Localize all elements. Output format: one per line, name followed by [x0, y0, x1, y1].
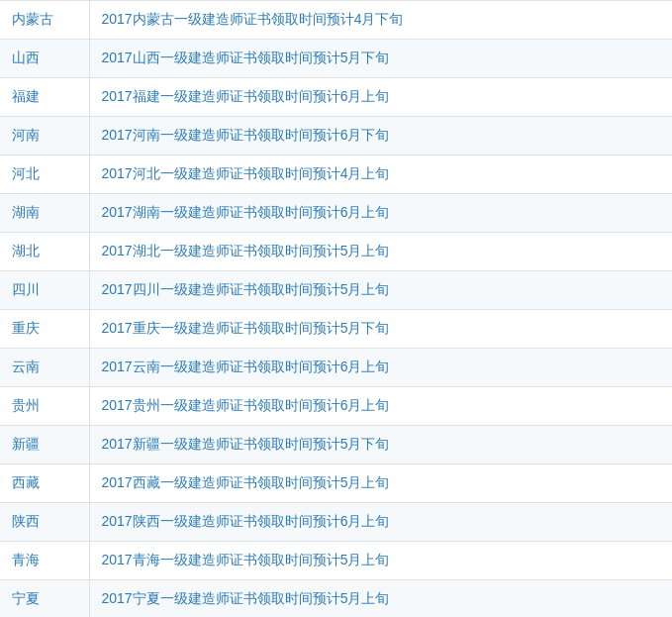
table-row[interactable]: 云南2017云南一级建造师证书领取时间预计6月上旬	[0, 349, 672, 387]
table-row[interactable]: 贵州2017贵州一级建造师证书领取时间预计6月上旬	[0, 387, 672, 426]
title-cell[interactable]: 2017四川一级建造师证书领取时间预计5月上旬	[89, 271, 672, 310]
title-cell[interactable]: 2017湖北一级建造师证书领取时间预计5月上旬	[89, 233, 672, 271]
table-row[interactable]: 福建2017福建一级建造师证书领取时间预计6月上旬	[0, 78, 672, 117]
region-cell: 重庆	[0, 310, 89, 349]
region-cell: 宁夏	[0, 580, 89, 618]
table-row[interactable]: 河南2017河南一级建造师证书领取时间预计6月下旬	[0, 117, 672, 155]
region-cell: 贵州	[0, 387, 89, 426]
table-row[interactable]: 内蒙古2017内蒙古一级建造师证书领取时间预计4月下旬	[0, 1, 672, 40]
title-cell[interactable]: 2017河南一级建造师证书领取时间预计6月下旬	[89, 117, 672, 155]
table-row[interactable]: 陕西2017陕西一级建造师证书领取时间预计6月上旬	[0, 503, 672, 542]
region-cell: 内蒙古	[0, 1, 89, 40]
table-row[interactable]: 湖南2017湖南一级建造师证书领取时间预计6月上旬	[0, 194, 672, 233]
title-cell[interactable]: 2017新疆一级建造师证书领取时间预计5月下旬	[89, 426, 672, 464]
title-cell[interactable]: 2017内蒙古一级建造师证书领取时间预计4月下旬	[89, 1, 672, 40]
region-cell: 福建	[0, 78, 89, 117]
table-row[interactable]: 四川2017四川一级建造师证书领取时间预计5月上旬	[0, 271, 672, 310]
region-cell: 陕西	[0, 503, 89, 542]
region-cell: 青海	[0, 542, 89, 580]
region-cell: 四川	[0, 271, 89, 310]
region-cell: 河北	[0, 155, 89, 194]
title-cell[interactable]: 2017福建一级建造师证书领取时间预计6月上旬	[89, 78, 672, 117]
title-cell[interactable]: 2017宁夏一级建造师证书领取时间预计5月上旬	[89, 580, 672, 618]
region-cell: 云南	[0, 349, 89, 387]
table-row[interactable]: 西藏2017西藏一级建造师证书领取时间预计5月上旬	[0, 464, 672, 503]
title-cell[interactable]: 2017重庆一级建造师证书领取时间预计5月下旬	[89, 310, 672, 349]
title-cell[interactable]: 2017云南一级建造师证书领取时间预计6月上旬	[89, 349, 672, 387]
region-cell: 湖南	[0, 194, 89, 233]
title-cell[interactable]: 2017湖南一级建造师证书领取时间预计6月上旬	[89, 194, 672, 233]
table-row[interactable]: 重庆2017重庆一级建造师证书领取时间预计5月下旬	[0, 310, 672, 349]
region-cell: 湖北	[0, 233, 89, 271]
title-cell[interactable]: 2017贵州一级建造师证书领取时间预计6月上旬	[89, 387, 672, 426]
title-cell[interactable]: 2017陕西一级建造师证书领取时间预计6月上旬	[89, 503, 672, 542]
region-cell: 河南	[0, 117, 89, 155]
region-cell: 西藏	[0, 464, 89, 503]
table-row[interactable]: 新疆2017新疆一级建造师证书领取时间预计5月下旬	[0, 426, 672, 464]
title-cell[interactable]: 2017河北一级建造师证书领取时间预计4月上旬	[89, 155, 672, 194]
title-cell[interactable]: 2017山西一级建造师证书领取时间预计5月下旬	[89, 40, 672, 78]
table-row[interactable]: 山西2017山西一级建造师证书领取时间预计5月下旬	[0, 40, 672, 78]
region-cell: 新疆	[0, 426, 89, 464]
table-row[interactable]: 宁夏2017宁夏一级建造师证书领取时间预计5月上旬	[0, 580, 672, 618]
region-cell: 山西	[0, 40, 89, 78]
data-table: 内蒙古2017内蒙古一级建造师证书领取时间预计4月下旬山西2017山西一级建造师…	[0, 0, 672, 617]
table-row[interactable]: 河北2017河北一级建造师证书领取时间预计4月上旬	[0, 155, 672, 194]
table-row[interactable]: 青海2017青海一级建造师证书领取时间预计5月上旬	[0, 542, 672, 580]
table-row[interactable]: 湖北2017湖北一级建造师证书领取时间预计5月上旬	[0, 233, 672, 271]
title-cell[interactable]: 2017西藏一级建造师证书领取时间预计5月上旬	[89, 464, 672, 503]
title-cell[interactable]: 2017青海一级建造师证书领取时间预计5月上旬	[89, 542, 672, 580]
